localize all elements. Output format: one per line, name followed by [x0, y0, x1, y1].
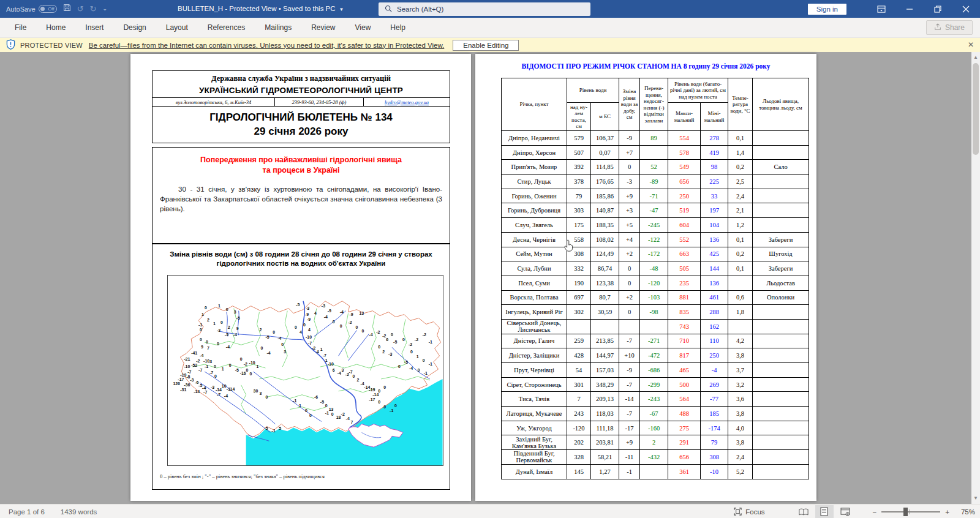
zoom-slider-thumb[interactable]: [903, 508, 908, 516]
svg-text:-1: -1: [429, 340, 432, 344]
svg-text:0: 0: [305, 408, 307, 413]
col-exceed: Переви-щення, недосяг-нення (-) відмітки…: [640, 78, 668, 131]
svg-text:9: 9: [236, 326, 239, 331]
scroll-up-icon[interactable]: ▲: [971, 53, 980, 62]
svg-text:-5: -5: [225, 332, 228, 337]
protected-view-bar: PROTECTED VIEW Be careful—files from the…: [0, 38, 980, 52]
status-bar: Page 1 of 6 1439 words Focus − + 75%: [0, 504, 980, 518]
svg-text:3: 3: [342, 368, 344, 372]
svg-text:-7: -7: [323, 353, 326, 358]
svg-text:-2: -2: [349, 320, 352, 325]
document-page-1[interactable]: Державна служба України з надзвичайних с…: [130, 54, 471, 501]
tab-view[interactable]: View: [345, 18, 381, 38]
svg-text:-7: -7: [308, 341, 312, 345]
vertical-scrollbar[interactable]: ▲ ▼: [971, 52, 980, 504]
ukraine-map: 0103-512-1010-32-5-4900970-4-41-4-21-2-1…: [167, 275, 443, 466]
table-row: Стир, Луцьк378176,65-3-896562252,5: [502, 175, 809, 189]
svg-text:-1: -1: [429, 362, 432, 366]
svg-text:0: 0: [325, 404, 328, 408]
scroll-down-icon[interactable]: ▼: [971, 494, 980, 503]
focus-button[interactable]: Focus: [734, 508, 764, 516]
svg-text:4: 4: [314, 311, 317, 315]
tab-design[interactable]: Design: [113, 18, 156, 38]
svg-text:5: 5: [279, 426, 281, 430]
read-mode-button[interactable]: [794, 505, 813, 518]
zoom-level[interactable]: 75%: [954, 508, 975, 516]
svg-text:-3: -3: [208, 359, 212, 364]
quick-access-caret-icon[interactable]: ⌄: [103, 0, 108, 18]
svg-text:0: 0: [391, 332, 393, 337]
zoom-out-icon[interactable]: −: [873, 508, 877, 516]
tab-insert[interactable]: Insert: [75, 18, 113, 38]
tab-home[interactable]: Home: [36, 18, 75, 38]
word-count[interactable]: 1439 words: [61, 508, 97, 516]
svg-text:-17: -17: [369, 397, 375, 402]
svg-text:7: 7: [207, 346, 209, 350]
svg-text:13: 13: [329, 407, 334, 411]
title-caret-icon[interactable]: ▼: [339, 7, 344, 12]
col-change: Зміна рівня води за добу, см: [619, 78, 640, 131]
svg-text:-14: -14: [216, 388, 222, 392]
zoom-in-icon[interactable]: +: [945, 508, 949, 516]
ribbon-display-options-icon[interactable]: [867, 0, 895, 18]
tab-review[interactable]: Review: [301, 18, 345, 38]
org-email-link[interactable]: hydro@meteo.gov.ua: [385, 99, 429, 105]
svg-text:-7: -7: [198, 368, 202, 372]
close-button[interactable]: [952, 0, 980, 18]
table-row: Інгулець, Кривий Ріг30230,590-988352881,…: [502, 305, 809, 320]
svg-text:-14: -14: [194, 389, 200, 394]
svg-text:-2: -2: [244, 362, 247, 366]
svg-text:0: 0: [331, 412, 334, 416]
svg-text:0: 0: [240, 357, 243, 361]
svg-text:1: 1: [320, 347, 323, 351]
svg-text:-3: -3: [388, 352, 392, 356]
restore-button[interactable]: [924, 0, 952, 18]
svg-text:-3: -3: [190, 378, 194, 382]
save-icon[interactable]: [63, 0, 71, 18]
share-button[interactable]: Share: [926, 20, 973, 35]
col-group-level: Рівень води: [567, 78, 619, 103]
scrollbar-thumb[interactable]: [973, 63, 979, 155]
redo-icon[interactable]: ↻: [90, 0, 97, 18]
svg-text:0: 0: [206, 340, 208, 344]
tab-references[interactable]: References: [198, 18, 255, 38]
svg-text:0: 0: [250, 372, 252, 376]
svg-text:-1: -1: [424, 371, 428, 375]
page-indicator[interactable]: Page 1 of 6: [9, 508, 45, 516]
svg-text:1: 1: [202, 312, 204, 317]
print-layout-button[interactable]: [815, 505, 834, 518]
web-layout-button[interactable]: [836, 505, 854, 518]
svg-text:18: 18: [336, 415, 341, 419]
org-phone: 239-93-60, 234-05-28 (ф): [274, 98, 364, 106]
tab-mailings[interactable]: Mailings: [255, 18, 301, 38]
tab-layout[interactable]: Layout: [156, 18, 198, 38]
sign-in-button[interactable]: Sign in: [808, 4, 846, 15]
svg-text:-2: -2: [409, 342, 412, 347]
svg-text:0: 0: [265, 395, 268, 399]
svg-text:0: 0: [418, 368, 420, 372]
svg-text:-4: -4: [337, 371, 341, 375]
svg-text:-9: -9: [350, 312, 353, 317]
svg-text:1: 1: [213, 321, 216, 326]
undo-icon[interactable]: ↺: [77, 0, 84, 18]
svg-text:4: 4: [300, 330, 302, 334]
svg-text:3: 3: [234, 310, 236, 314]
col-river: Річка, пункт: [502, 78, 567, 131]
close-bar-icon[interactable]: ✕: [968, 38, 974, 52]
tab-help[interactable]: Help: [380, 18, 415, 38]
mouse-cursor: [564, 239, 575, 255]
enable-editing-button[interactable]: Enable Editing: [453, 40, 519, 51]
document-page-2[interactable]: ВІДОМОСТІ ПРО РЕЖИМ РІЧОК СТАНОМ НА 8 го…: [475, 54, 816, 501]
svg-text:0: 0: [200, 337, 202, 342]
svg-text:0: 0: [217, 342, 219, 346]
tab-file[interactable]: File: [5, 18, 36, 38]
minimize-button[interactable]: [895, 0, 924, 18]
warning-box: Попередження про найважливіші гідрологіч…: [152, 147, 450, 244]
zoom-slider[interactable]: [881, 511, 940, 512]
svg-text:0: 0: [378, 345, 380, 349]
search-input[interactable]: Search (Alt+Q): [379, 2, 590, 16]
table-row: Псел, Суми190123,380-120235136Льодостав: [502, 276, 809, 290]
autosave-toggle[interactable]: AutoSave Off: [6, 5, 57, 13]
org-address: вул.Золотоворітська, 6, м.Київ-34: [153, 99, 274, 105]
protected-view-message[interactable]: Be careful—files from the Internet can c…: [89, 42, 444, 49]
